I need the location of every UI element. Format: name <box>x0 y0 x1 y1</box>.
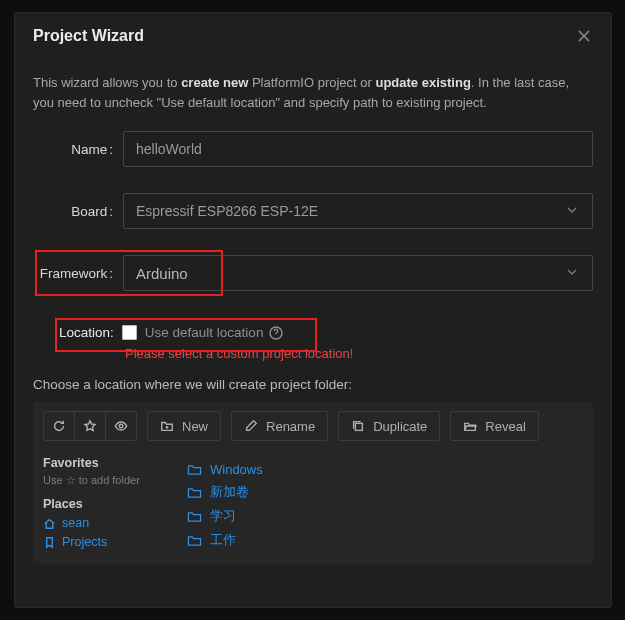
name-input[interactable] <box>123 131 593 167</box>
rename-button[interactable]: Rename <box>231 411 328 441</box>
use-default-location-label: Use default location <box>145 325 264 340</box>
file-list: Windows 新加卷 学习 工作 <box>173 450 583 555</box>
close-button[interactable] <box>575 27 593 45</box>
svg-rect-2 <box>356 424 363 431</box>
places-heading: Places <box>43 497 173 511</box>
framework-select[interactable]: Arduino <box>123 255 593 291</box>
favorites-hint: Use ☆ to add folder <box>43 474 173 487</box>
board-value: Espressif ESP8266 ESP-12E <box>136 203 318 219</box>
folder-open-icon <box>463 419 477 433</box>
use-default-location-checkbox[interactable] <box>122 325 137 340</box>
chevron-down-icon <box>566 265 578 281</box>
new-folder-button[interactable]: New <box>147 411 221 441</box>
project-wizard-modal: Project Wizard This wizard allows you to… <box>14 12 612 608</box>
star-icon <box>83 419 97 433</box>
choose-location-text: Choose a location where we will create p… <box>33 377 593 392</box>
toggle-hidden-button[interactable] <box>105 411 137 441</box>
folder-item[interactable]: 学习 <box>187 507 583 525</box>
intro-text: This wizard allows you to create new Pla… <box>33 73 593 113</box>
framework-label: Framework <box>33 266 117 281</box>
board-select[interactable]: Espressif ESP8266 ESP-12E <box>123 193 593 229</box>
file-browser-toolbar: New Rename Duplicate Reveal <box>33 402 593 450</box>
place-item-home[interactable]: sean <box>43 516 173 530</box>
folder-icon <box>187 534 202 547</box>
file-browser-sidebar: Favorites Use ☆ to add folder Places sea… <box>43 450 173 555</box>
refresh-icon <box>52 419 66 433</box>
file-browser: New Rename Duplicate Reveal <box>33 402 593 564</box>
row-name: Name <box>33 131 593 167</box>
folder-item[interactable]: 新加卷 <box>187 483 583 501</box>
modal-title: Project Wizard <box>33 27 144 45</box>
folder-item[interactable]: 工作 <box>187 531 583 549</box>
close-icon <box>577 29 591 43</box>
eye-icon <box>114 419 128 433</box>
board-label: Board <box>33 204 117 219</box>
favorite-button[interactable] <box>74 411 106 441</box>
folder-item[interactable]: Windows <box>187 462 583 477</box>
bookmark-icon <box>43 536 56 549</box>
refresh-button[interactable] <box>43 411 75 441</box>
pencil-icon <box>244 419 258 433</box>
row-board: Board Espressif ESP8266 ESP-12E <box>33 193 593 229</box>
duplicate-button[interactable]: Duplicate <box>338 411 440 441</box>
titlebar: Project Wizard <box>15 13 611 55</box>
folder-icon <box>187 510 202 523</box>
chevron-down-icon <box>566 203 578 219</box>
folder-icon <box>187 463 202 476</box>
place-item-projects[interactable]: Projects <box>43 535 173 549</box>
framework-value: Arduino <box>136 265 188 282</box>
folder-plus-icon <box>160 419 174 433</box>
home-icon <box>43 517 56 530</box>
favorites-heading: Favorites <box>43 456 173 470</box>
name-label: Name <box>33 142 117 157</box>
svg-point-1 <box>119 425 123 429</box>
location-error: Please select a custom project location! <box>125 346 593 361</box>
reveal-button[interactable]: Reveal <box>450 411 538 441</box>
location-label: Location: <box>59 325 114 340</box>
copy-icon <box>351 419 365 433</box>
folder-icon <box>187 486 202 499</box>
help-icon[interactable] <box>269 326 283 340</box>
row-location: Location: Use default location <box>59 325 593 340</box>
row-framework: Framework Arduino <box>33 255 593 291</box>
